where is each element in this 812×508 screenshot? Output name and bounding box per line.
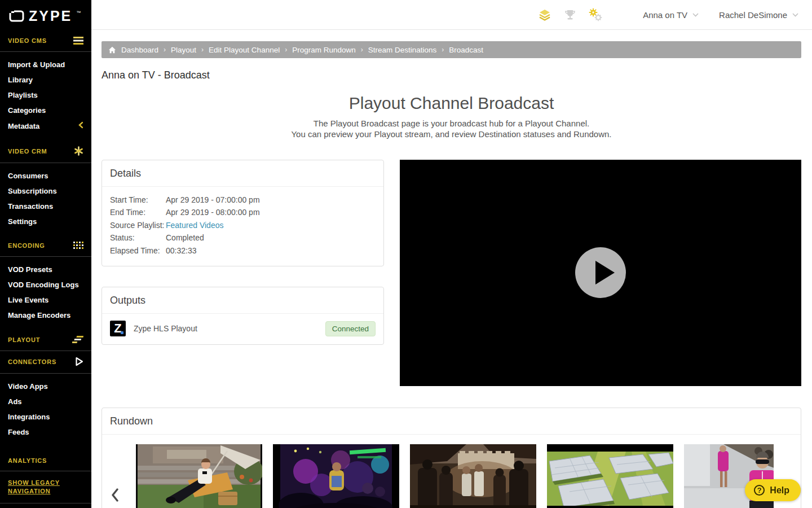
logo-text: ZYPE <box>29 9 72 23</box>
sidebar-item-feeds[interactable]: Feeds <box>0 424 91 440</box>
detail-value: Apr 29 2019 - 08:00:00 pm <box>166 206 260 219</box>
sidebar-item-subscriptions[interactable]: Subscriptions <box>0 183 91 199</box>
chevron-left-icon <box>78 121 83 130</box>
video-thumbnail[interactable] <box>273 444 399 508</box>
user-name: Rachel DeSimone <box>719 10 787 20</box>
video-thumbnail[interactable] <box>136 444 262 508</box>
sidebar-item-vod-presets[interactable]: VOD Presets <box>0 262 91 277</box>
video-crm-nav: Consumers Subscriptions Transactions Set… <box>0 163 91 236</box>
breadcrumb-separator: › <box>442 46 444 54</box>
rundown-carousel <box>102 435 801 508</box>
sidebar-item-video-apps[interactable]: Video Apps <box>0 379 91 394</box>
logo-trademark: ™ <box>76 10 81 15</box>
section-heading: Playout Channel Broadcast <box>102 94 801 113</box>
detail-label: Start Time: <box>110 194 166 207</box>
sidebar-item-ads[interactable]: Ads <box>0 394 91 409</box>
detail-row-source-playlist: Source Playlist: Featured Videos <box>110 219 376 232</box>
sidebar-section-connectors[interactable]: CONNECTORS <box>8 358 56 365</box>
menu-icon[interactable] <box>73 37 83 45</box>
connectors-nav: Video Apps Ads Integrations Feeds <box>0 374 91 446</box>
detail-value: Completed <box>166 231 204 244</box>
sidebar-link-show-legacy-navigation[interactable]: SHOW LEGACY NAVIGATION <box>8 479 70 496</box>
sidebar-item-settings[interactable]: Settings <box>0 214 91 229</box>
output-row: Z Zype HLS Playout Connected <box>102 314 383 344</box>
page-title: Anna on TV - Broadcast <box>102 69 801 81</box>
video-thumbnail[interactable] <box>410 444 536 508</box>
encoding-nav: VOD Presets VOD Encoding Logs Live Event… <box>0 257 91 330</box>
breadcrumb-separator: › <box>285 46 287 54</box>
sidebar-item-playlists[interactable]: Playlists <box>0 87 91 103</box>
layers-icon[interactable] <box>538 8 551 21</box>
breadcrumb-edit-playout-channel[interactable]: Edit Playout Channel <box>209 46 280 54</box>
breadcrumb-playout[interactable]: Playout <box>171 46 196 54</box>
trophy-icon[interactable] <box>564 8 576 21</box>
breadcrumb-stream-destinations[interactable]: Stream Destinations <box>368 46 437 54</box>
steps-icon[interactable] <box>72 335 83 344</box>
chevron-down-icon <box>792 13 798 17</box>
grid-icon[interactable] <box>73 242 83 249</box>
gears-icon[interactable] <box>589 8 602 21</box>
zype-logo-icon <box>9 10 25 23</box>
play-outline-icon[interactable] <box>75 357 83 366</box>
sidebar-section-video-cms[interactable]: VIDEO CMS <box>8 37 47 44</box>
source-playlist-link[interactable]: Featured Videos <box>166 219 223 232</box>
sidebar-section-analytics[interactable]: ANALYTICS <box>8 457 47 464</box>
asterisk-icon[interactable] <box>74 146 83 156</box>
topbar: Anna on TV Rachel DeSimone <box>91 0 812 30</box>
sidebar-item-manage-encoders[interactable]: Manage Encoders <box>0 308 91 323</box>
sidebar-section-video-crm[interactable]: VIDEO CRM <box>8 148 47 155</box>
rundown-title: Rundown <box>102 408 801 435</box>
detail-row-end-time: End Time: Apr 29 2019 - 08:00:00 pm <box>110 206 376 219</box>
question-mark-icon: ? <box>754 485 765 496</box>
help-button[interactable]: ? Help <box>745 479 801 501</box>
sidebar-item-consumers[interactable]: Consumers <box>0 168 91 183</box>
detail-value: Apr 29 2019 - 07:00:00 pm <box>166 194 260 207</box>
video-thumbnail[interactable] <box>547 444 673 508</box>
sidebar-item-integrations[interactable]: Integrations <box>0 409 91 424</box>
sidebar-item-import-upload[interactable]: Import & Upload <box>0 57 91 72</box>
section-description-line2: You can preview your Playout stream, and… <box>102 129 801 139</box>
sidebar-item-metadata[interactable]: Metadata <box>0 118 91 134</box>
output-name: Zype HLS Playout <box>134 324 325 333</box>
rundown-card[interactable] <box>273 444 399 508</box>
breadcrumb: Dashboard › Playout › Edit Playout Chann… <box>102 41 801 58</box>
sidebar-section-playout[interactable]: PLAYOUT <box>8 336 40 343</box>
main-content: Dashboard › Playout › Edit Playout Chann… <box>91 30 812 508</box>
rundown-card[interactable] <box>410 444 536 508</box>
section-description-line1: The Playout Broadcast page is your broad… <box>102 119 801 128</box>
site-selector-dropdown[interactable]: Anna on TV <box>643 10 699 20</box>
user-menu-dropdown[interactable]: Rachel DeSimone <box>719 10 798 20</box>
detail-label: Elapsed Time: <box>110 244 166 257</box>
details-panel: Details Start Time: Apr 29 2019 - 07:00:… <box>102 160 384 267</box>
sidebar-item-vod-encoding-logs[interactable]: VOD Encoding Logs <box>0 277 91 292</box>
rundown-card[interactable] <box>547 444 673 508</box>
play-button[interactable] <box>575 247 626 298</box>
sidebar-item-library[interactable]: Library <box>0 72 91 87</box>
sidebar-item-categories[interactable]: Categories <box>0 103 91 118</box>
breadcrumb-separator: › <box>164 46 166 54</box>
site-name: Anna on TV <box>643 10 687 20</box>
detail-value: 00:32:33 <box>166 244 197 257</box>
breadcrumb-program-rundown[interactable]: Program Rundown <box>292 46 356 54</box>
zype-output-icon: Z <box>110 321 126 336</box>
details-panel-title: Details <box>102 160 383 187</box>
detail-row-elapsed-time: Elapsed Time: 00:32:33 <box>110 244 376 257</box>
rundown-card[interactable] <box>136 444 262 508</box>
detail-label: Status: <box>110 231 166 244</box>
video-player[interactable] <box>400 160 801 386</box>
outputs-panel-title: Outputs <box>102 287 383 314</box>
sidebar-item-transactions[interactable]: Transactions <box>0 199 91 214</box>
sidebar-item-label: Metadata <box>8 122 39 130</box>
detail-label: End Time: <box>110 206 166 219</box>
home-icon[interactable] <box>108 46 116 54</box>
status-badge: Connected <box>325 321 376 336</box>
detail-row-status: Status: Completed <box>110 231 376 244</box>
sidebar-section-encoding[interactable]: ENCODING <box>8 242 45 249</box>
breadcrumb-separator: › <box>361 46 363 54</box>
detail-label: Source Playlist: <box>110 219 166 232</box>
carousel-previous-button[interactable] <box>111 488 119 504</box>
sidebar-item-live-events[interactable]: Live Events <box>0 292 91 308</box>
breadcrumb-broadcast[interactable]: Broadcast <box>449 46 483 54</box>
breadcrumb-dashboard[interactable]: Dashboard <box>121 46 158 54</box>
zype-logo[interactable]: ZYPE ™ <box>0 0 91 31</box>
